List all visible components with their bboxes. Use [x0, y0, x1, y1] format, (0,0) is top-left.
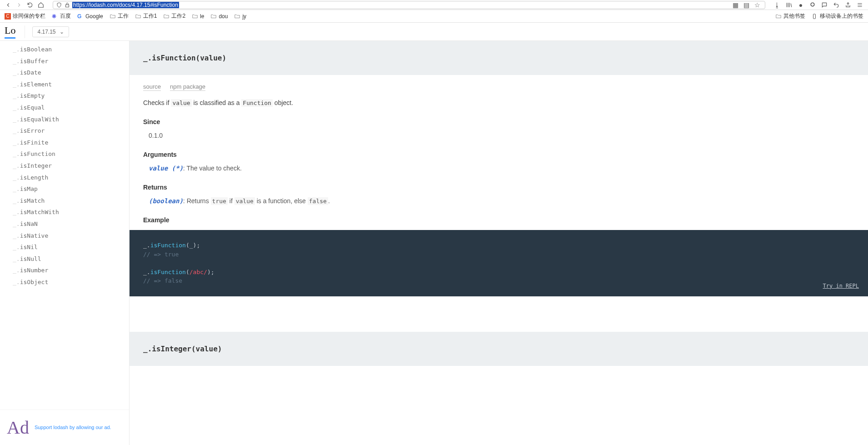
toolbar-right: ⭳ ● — [773, 1, 863, 9]
meta-links: source npm package — [143, 83, 854, 91]
home-icon[interactable] — [37, 1, 45, 9]
bookmark-徐同保的专栏[interactable]: C徐同保的专栏 — [5, 12, 45, 20]
sidebar-item-isnil[interactable]: _.isNil — [0, 241, 129, 253]
sidebar-item-isobject[interactable]: _.isObject — [0, 276, 129, 288]
next-method-header: _.isInteger(value) — [130, 332, 868, 366]
library-icon[interactable] — [785, 1, 793, 9]
sidebar-item-ismatch[interactable]: _.isMatch — [0, 195, 129, 207]
bookmark-le[interactable]: le — [192, 13, 204, 20]
sidebar-item-ismap[interactable]: _.isMap — [0, 183, 129, 195]
arguments-label: Arguments — [143, 151, 854, 158]
sidebar-item-ismatchwith[interactable]: _.isMatchWith — [0, 206, 129, 218]
next-method-signature: _.isInteger(value) — [143, 345, 222, 353]
url-bar[interactable]: https://lodash.com/docs/4.17.15#isFuncti… — [53, 1, 765, 9]
page-header: Lo 4.17.15 ⌄ — [0, 23, 868, 41]
bookmark-jy[interactable]: jy — [234, 13, 246, 20]
reload-icon[interactable] — [26, 1, 34, 9]
site-icon: C — [5, 13, 11, 20]
version-label: 4.17.15 — [37, 29, 55, 35]
bookmark-Google[interactable]: GGoogle — [77, 13, 103, 20]
sidebar-item-isnull[interactable]: _.isNull — [0, 253, 129, 265]
sidebar-item-isfinite[interactable]: _.isFinite — [0, 137, 129, 149]
folder-icon — [192, 13, 198, 20]
ad-desc: Support lodash by allowing our ad. — [35, 424, 111, 431]
chat-icon[interactable] — [821, 1, 828, 9]
back-icon[interactable] — [5, 1, 12, 9]
sidebar-item-isbuffer[interactable]: _.isBuffer — [0, 55, 129, 67]
sidebar-item-islength[interactable]: _.isLength — [0, 172, 129, 184]
bookmark-工作[interactable]: 工作 — [110, 12, 129, 20]
url-text: https://lodash.com/docs/4.17.15#isFuncti… — [72, 2, 179, 8]
reader-icon[interactable]: ▤ — [743, 2, 749, 8]
sidebar: _.isBoolean_.isBuffer_.isDate_.isElement… — [0, 41, 130, 445]
arg-desc: : The value to check. — [183, 165, 242, 172]
content: _.isFunction(value) source npm package C… — [130, 41, 868, 445]
sidebar-item-isempty[interactable]: _.isEmpty — [0, 90, 129, 102]
returns-label: Returns — [143, 184, 854, 191]
undo-icon[interactable] — [833, 1, 840, 9]
since-value: 0.1.0 — [143, 132, 854, 139]
shield-icon — [56, 2, 62, 8]
star-icon[interactable]: ☆ — [754, 2, 760, 8]
sidebar-item-isequalwith[interactable]: _.isEqualWith — [0, 114, 129, 125]
logo[interactable]: Lo — [5, 25, 15, 39]
sidebar-item-isinteger[interactable]: _.isInteger — [0, 160, 129, 172]
info-icon[interactable]: ● — [797, 1, 804, 9]
forward-icon[interactable] — [15, 1, 23, 9]
argument-item: value (*): The value to check. — [143, 165, 854, 172]
try-repl-link[interactable]: Try in REPL — [823, 282, 859, 290]
lock-icon — [64, 2, 70, 8]
version-select[interactable]: 4.17.15 ⌄ — [32, 26, 69, 37]
method-description: Checks if value is classified as a Funct… — [143, 99, 854, 106]
code-block: _.isFunction(_); // => true _.isFunction… — [130, 230, 868, 296]
bookmark-移动设备上的书签[interactable]: 移动设备上的书签 — [812, 12, 863, 20]
bookmark-其他书签[interactable]: 其他书签 — [775, 12, 805, 20]
returns-item: (boolean): Returns true if value is a fu… — [143, 197, 854, 205]
sidebar-item-isnumber[interactable]: _.isNumber — [0, 265, 129, 276]
sidebar-item-isnative[interactable]: _.isNative — [0, 230, 129, 242]
browser-toolbar: https://lodash.com/docs/4.17.15#isFuncti… — [0, 0, 868, 10]
ad-title: Ad — [7, 417, 29, 438]
since-label: Since — [143, 118, 854, 125]
ad-block[interactable]: Ad Support lodash by allowing our ad. — [0, 410, 129, 445]
sidebar-item-iserror[interactable]: _.isError — [0, 125, 129, 137]
svg-rect-1 — [813, 14, 816, 19]
download-icon[interactable]: ⭳ — [773, 1, 781, 9]
bookmark-工作2[interactable]: 工作2 — [163, 12, 185, 20]
folder-icon — [110, 13, 116, 20]
folder-icon — [163, 13, 170, 20]
extension-icon[interactable] — [809, 1, 816, 9]
baidu-icon: ❋ — [52, 13, 58, 20]
sidebar-item-isnan[interactable]: _.isNaN — [0, 218, 129, 230]
folder-icon — [234, 13, 240, 20]
svg-rect-0 — [66, 5, 69, 7]
source-link[interactable]: source — [143, 83, 161, 91]
method-signature: _.isFunction(value) — [143, 54, 226, 62]
menu-icon[interactable] — [856, 1, 863, 9]
folder-icon — [775, 13, 782, 20]
bookmark-百度[interactable]: ❋百度 — [52, 12, 71, 20]
folder-icon — [135, 13, 141, 20]
qr-icon[interactable]: ▦ — [732, 2, 738, 8]
sidebar-item-isboolean[interactable]: _.isBoolean — [0, 44, 129, 55]
sidebar-item-isdate[interactable]: _.isDate — [0, 67, 129, 79]
bookmark-dou[interactable]: dou — [210, 13, 228, 20]
sidebar-item-isfunction[interactable]: _.isFunction — [0, 148, 129, 160]
sidebar-item-isequal[interactable]: _.isEqual — [0, 102, 129, 114]
example-label: Example — [143, 216, 854, 224]
bookmark-工作1[interactable]: 工作1 — [135, 12, 157, 20]
google-icon: G — [77, 13, 84, 20]
arg-name: value (*) — [149, 165, 183, 172]
folder-icon — [210, 13, 217, 20]
ret-type: (boolean) — [149, 197, 183, 205]
bookmarks-bar: C徐同保的专栏❋百度GGoogle工作工作1工作2ledoujy 其他书签移动设… — [0, 10, 868, 23]
chevron-down-icon: ⌄ — [60, 29, 64, 35]
mobile-icon — [812, 13, 818, 20]
sidebar-item-iselement[interactable]: _.isElement — [0, 79, 129, 90]
method-header: _.isFunction(value) — [130, 41, 868, 75]
npm-link[interactable]: npm package — [170, 83, 205, 91]
share-icon[interactable] — [844, 1, 852, 9]
